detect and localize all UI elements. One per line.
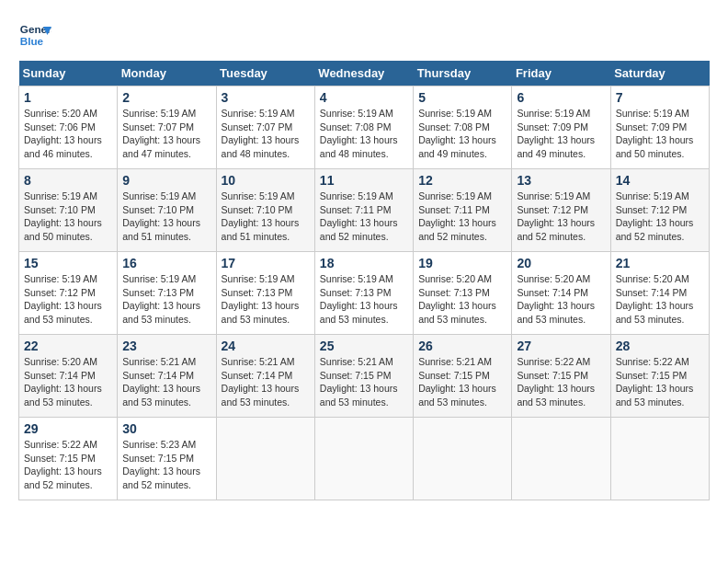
calendar-cell: 1 Sunrise: 5:20 AMSunset: 7:06 PMDayligh… — [19, 86, 118, 169]
day-header-row: Sunday Monday Tuesday Wednesday Thursday… — [19, 61, 710, 86]
day-number: 19 — [418, 256, 506, 270]
cell-info: Sunrise: 5:19 AMSunset: 7:12 PMDaylight:… — [616, 190, 694, 242]
cell-info: Sunrise: 5:19 AMSunset: 7:10 PMDaylight:… — [122, 190, 200, 242]
cell-info: Sunrise: 5:19 AMSunset: 7:07 PMDaylight:… — [122, 108, 200, 159]
cell-info: Sunrise: 5:20 AMSunset: 7:14 PMDaylight:… — [24, 356, 102, 408]
day-number: 23 — [122, 339, 210, 353]
cell-info: Sunrise: 5:20 AMSunset: 7:14 PMDaylight:… — [517, 273, 595, 325]
cell-info: Sunrise: 5:19 AMSunset: 7:13 PMDaylight:… — [222, 273, 300, 325]
calendar-cell: 25 Sunrise: 5:21 AMSunset: 7:15 PMDaylig… — [314, 335, 413, 418]
calendar-cell: 6 Sunrise: 5:19 AMSunset: 7:09 PMDayligh… — [512, 86, 610, 169]
calendar-cell: 18 Sunrise: 5:19 AMSunset: 7:13 PMDaylig… — [314, 252, 413, 335]
day-number: 9 — [122, 173, 210, 188]
cell-info: Sunrise: 5:19 AMSunset: 7:12 PMDaylight:… — [24, 273, 102, 325]
calendar-cell: 10 Sunrise: 5:19 AMSunset: 7:10 PMDaylig… — [216, 169, 314, 252]
calendar-week-row: 15 Sunrise: 5:19 AMSunset: 7:12 PMDaylig… — [19, 252, 710, 335]
cell-info: Sunrise: 5:19 AMSunset: 7:07 PMDaylight:… — [222, 108, 300, 159]
day-number: 8 — [24, 173, 112, 188]
cell-info: Sunrise: 5:19 AMSunset: 7:11 PMDaylight:… — [418, 190, 496, 242]
day-number: 5 — [418, 90, 506, 105]
cell-info: Sunrise: 5:20 AMSunset: 7:06 PMDaylight:… — [24, 108, 102, 159]
calendar-cell: 19 Sunrise: 5:20 AMSunset: 7:13 PMDaylig… — [414, 252, 512, 335]
calendar-cell: 5 Sunrise: 5:19 AMSunset: 7:08 PMDayligh… — [414, 86, 512, 169]
day-number: 18 — [320, 256, 408, 270]
calendar-table: Sunday Monday Tuesday Wednesday Thursday… — [18, 61, 710, 500]
calendar-cell: 30 Sunrise: 5:23 AMSunset: 7:15 PMDaylig… — [118, 418, 216, 500]
day-number: 24 — [222, 339, 310, 353]
logo-icon: General Blue — [18, 18, 51, 52]
svg-text:Blue: Blue — [20, 35, 44, 47]
day-number: 13 — [517, 173, 605, 188]
day-number: 21 — [616, 256, 704, 270]
day-number: 30 — [122, 421, 210, 436]
day-number: 25 — [320, 339, 408, 353]
day-number: 29 — [24, 421, 112, 436]
cell-info: Sunrise: 5:19 AMSunset: 7:08 PMDaylight:… — [320, 108, 398, 159]
header-thursday: Thursday — [414, 61, 512, 86]
day-number: 10 — [222, 173, 310, 188]
calendar-cell: 14 Sunrise: 5:19 AMSunset: 7:12 PMDaylig… — [610, 169, 709, 252]
day-number: 26 — [418, 339, 506, 353]
calendar-cell-empty — [414, 418, 512, 500]
day-number: 28 — [616, 339, 704, 353]
cell-info: Sunrise: 5:21 AMSunset: 7:14 PMDaylight:… — [122, 356, 200, 408]
cell-info: Sunrise: 5:22 AMSunset: 7:15 PMDaylight:… — [517, 356, 595, 408]
calendar-week-row: 1 Sunrise: 5:20 AMSunset: 7:06 PMDayligh… — [19, 86, 710, 169]
cell-info: Sunrise: 5:19 AMSunset: 7:09 PMDaylight:… — [616, 108, 694, 159]
calendar-cell: 24 Sunrise: 5:21 AMSunset: 7:14 PMDaylig… — [216, 335, 314, 418]
day-number: 4 — [320, 90, 408, 105]
calendar-cell: 23 Sunrise: 5:21 AMSunset: 7:14 PMDaylig… — [118, 335, 216, 418]
day-number: 6 — [517, 90, 605, 105]
header-friday: Friday — [512, 61, 610, 86]
calendar-cell: 13 Sunrise: 5:19 AMSunset: 7:12 PMDaylig… — [512, 169, 610, 252]
header-sunday: Sunday — [19, 61, 118, 86]
cell-info: Sunrise: 5:21 AMSunset: 7:15 PMDaylight:… — [418, 356, 496, 408]
calendar-cell: 27 Sunrise: 5:22 AMSunset: 7:15 PMDaylig… — [512, 335, 610, 418]
calendar-cell: 17 Sunrise: 5:19 AMSunset: 7:13 PMDaylig… — [216, 252, 314, 335]
day-number: 1 — [24, 90, 112, 105]
calendar-cell: 11 Sunrise: 5:19 AMSunset: 7:11 PMDaylig… — [314, 169, 413, 252]
calendar-cell: 16 Sunrise: 5:19 AMSunset: 7:13 PMDaylig… — [118, 252, 216, 335]
day-number: 3 — [222, 90, 310, 105]
cell-info: Sunrise: 5:21 AMSunset: 7:14 PMDaylight:… — [222, 356, 300, 408]
cell-info: Sunrise: 5:19 AMSunset: 7:08 PMDaylight:… — [418, 108, 496, 159]
cell-info: Sunrise: 5:19 AMSunset: 7:10 PMDaylight:… — [222, 190, 300, 242]
calendar-cell: 21 Sunrise: 5:20 AMSunset: 7:14 PMDaylig… — [610, 252, 709, 335]
header-wednesday: Wednesday — [314, 61, 413, 86]
cell-info: Sunrise: 5:22 AMSunset: 7:15 PMDaylight:… — [24, 439, 102, 490]
calendar-cell-empty — [314, 418, 413, 500]
cell-info: Sunrise: 5:20 AMSunset: 7:13 PMDaylight:… — [418, 273, 496, 325]
calendar-cell: 15 Sunrise: 5:19 AMSunset: 7:12 PMDaylig… — [19, 252, 118, 335]
cell-info: Sunrise: 5:19 AMSunset: 7:11 PMDaylight:… — [320, 190, 398, 242]
calendar-cell: 12 Sunrise: 5:19 AMSunset: 7:11 PMDaylig… — [414, 169, 512, 252]
day-number: 16 — [122, 256, 210, 270]
cell-info: Sunrise: 5:19 AMSunset: 7:10 PMDaylight:… — [24, 190, 102, 242]
day-number: 14 — [616, 173, 704, 188]
calendar-cell: 7 Sunrise: 5:19 AMSunset: 7:09 PMDayligh… — [610, 86, 709, 169]
day-number: 27 — [517, 339, 605, 353]
day-number: 7 — [616, 90, 704, 105]
calendar-cell: 22 Sunrise: 5:20 AMSunset: 7:14 PMDaylig… — [19, 335, 118, 418]
cell-info: Sunrise: 5:22 AMSunset: 7:15 PMDaylight:… — [616, 356, 694, 408]
cell-info: Sunrise: 5:19 AMSunset: 7:13 PMDaylight:… — [320, 273, 398, 325]
calendar-cell: 26 Sunrise: 5:21 AMSunset: 7:15 PMDaylig… — [414, 335, 512, 418]
header: General Blue — [18, 18, 710, 52]
calendar-week-row: 29 Sunrise: 5:22 AMSunset: 7:15 PMDaylig… — [19, 418, 710, 500]
calendar-cell-empty — [610, 418, 709, 500]
calendar-cell: 28 Sunrise: 5:22 AMSunset: 7:15 PMDaylig… — [610, 335, 709, 418]
cell-info: Sunrise: 5:19 AMSunset: 7:12 PMDaylight:… — [517, 190, 595, 242]
cell-info: Sunrise: 5:19 AMSunset: 7:13 PMDaylight:… — [122, 273, 200, 325]
header-saturday: Saturday — [610, 61, 709, 86]
calendar-cell: 2 Sunrise: 5:19 AMSunset: 7:07 PMDayligh… — [118, 86, 216, 169]
calendar-cell: 3 Sunrise: 5:19 AMSunset: 7:07 PMDayligh… — [216, 86, 314, 169]
cell-info: Sunrise: 5:20 AMSunset: 7:14 PMDaylight:… — [616, 273, 694, 325]
calendar-cell-empty — [216, 418, 314, 500]
logo: General Blue — [18, 18, 51, 52]
cell-info: Sunrise: 5:19 AMSunset: 7:09 PMDaylight:… — [517, 108, 595, 159]
header-monday: Monday — [118, 61, 216, 86]
cell-info: Sunrise: 5:21 AMSunset: 7:15 PMDaylight:… — [320, 356, 398, 408]
calendar-week-row: 8 Sunrise: 5:19 AMSunset: 7:10 PMDayligh… — [19, 169, 710, 252]
calendar-cell: 29 Sunrise: 5:22 AMSunset: 7:15 PMDaylig… — [19, 418, 118, 500]
cell-info: Sunrise: 5:23 AMSunset: 7:15 PMDaylight:… — [122, 439, 200, 490]
calendar-cell: 20 Sunrise: 5:20 AMSunset: 7:14 PMDaylig… — [512, 252, 610, 335]
